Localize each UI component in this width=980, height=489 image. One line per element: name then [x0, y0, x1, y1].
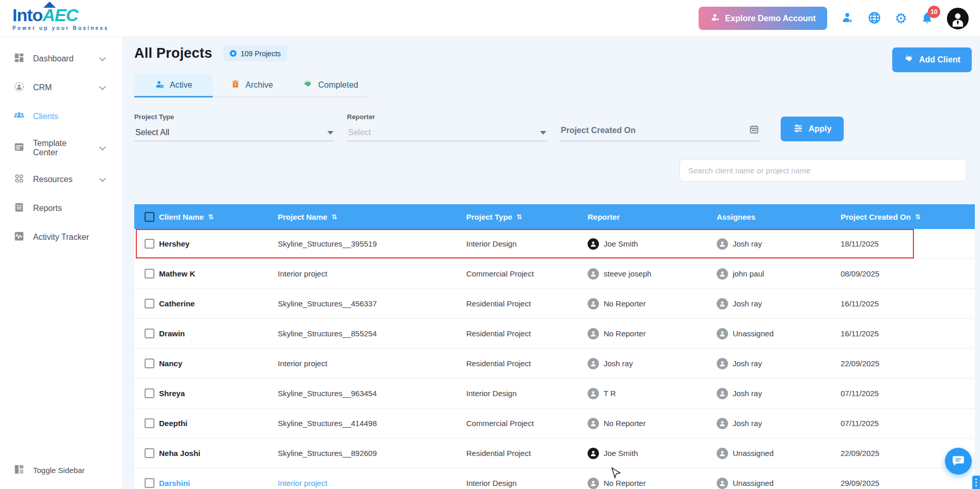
column-header-label: Project Created On	[841, 213, 911, 221]
sort-icon[interactable]: ⇅	[516, 213, 522, 221]
client-name-cell[interactable]: Nancy	[159, 359, 278, 368]
reporter-cell: Joe Smith	[588, 238, 717, 250]
project-name-cell[interactable]: Interior project	[278, 269, 466, 278]
sidebar-item-clients[interactable]: Clients	[0, 102, 122, 131]
header-bar: Into AEC Power up your Business Explore …	[0, 0, 980, 37]
project-name-cell[interactable]: Skyline_Structures__855254	[278, 329, 466, 338]
caret-down-icon	[540, 131, 546, 135]
row-checkbox[interactable]	[145, 358, 154, 368]
client-name-cell[interactable]: Deepthi	[159, 419, 278, 428]
reporter-select[interactable]: Select	[347, 126, 547, 141]
brand-name-primary: Into	[12, 6, 42, 24]
user-avatar[interactable]	[947, 8, 969, 29]
apply-filters-button[interactable]: Apply	[781, 117, 844, 141]
row-checkbox[interactable]	[145, 329, 154, 338]
explore-demo-button[interactable]: Explore Demo Account	[699, 7, 827, 30]
handshake-green-icon	[303, 79, 313, 91]
project-type-cell: Interior Design	[466, 479, 588, 487]
trash-archive-icon	[231, 79, 240, 91]
column-header-label: Reporter	[588, 213, 620, 221]
filters-row: Project Type Select All Reporter Select …	[134, 113, 975, 141]
table-row[interactable]: Deepthi Skyline_Structures__414498 Comme…	[134, 409, 975, 438]
filter-reporter: Reporter Select	[347, 113, 547, 141]
tab-archive[interactable]: Archive	[213, 74, 291, 96]
column-header[interactable]: Project Created On ⇅	[841, 213, 975, 221]
reporter-avatar-icon	[588, 448, 599, 459]
created-on-datepicker[interactable]: Project Created On	[560, 122, 760, 141]
sort-icon[interactable]: ⇅	[208, 213, 214, 221]
sort-icon[interactable]: ⇅	[915, 213, 921, 221]
table-row[interactable]: Darshini Interior project Interior Desig…	[134, 468, 975, 489]
column-header[interactable]: Client Name ⇅	[159, 213, 278, 221]
more-options-tab[interactable]	[972, 476, 980, 489]
column-header[interactable]: Project Name ⇅	[278, 213, 466, 221]
toggle-sidebar-button[interactable]: Toggle Sidebar	[0, 457, 122, 484]
donut-icon	[230, 50, 236, 57]
project-name-cell[interactable]: Interior project	[278, 359, 466, 368]
row-checkbox[interactable]	[145, 478, 154, 488]
column-header[interactable]: Assignees	[717, 213, 841, 221]
client-name-cell[interactable]: Catherine	[159, 299, 278, 308]
table-row[interactable]: Shreya Skyline_Structures__963454 Interi…	[134, 379, 975, 409]
sidebar-collapse-icon	[13, 464, 25, 477]
project-name-cell[interactable]: Skyline_Structures__892609	[278, 449, 466, 458]
project-name-cell[interactable]: Interior project	[278, 479, 466, 487]
client-name-cell[interactable]: Neha Joshi	[159, 449, 278, 458]
apply-label: Apply	[809, 124, 831, 134]
row-checkbox[interactable]	[145, 239, 154, 249]
table-row[interactable]: Neha Joshi Skyline_Structures__892609 Re…	[134, 438, 975, 468]
sidebar-item-crm[interactable]: CRM	[0, 73, 122, 102]
table-row[interactable]: Nancy Interior project Residential Proje…	[134, 349, 975, 379]
globe-icon	[867, 11, 881, 26]
client-name-cell[interactable]: Shreya	[159, 389, 278, 398]
project-name-cell[interactable]: Skyline_Structures__414498	[278, 419, 466, 428]
table-row[interactable]: Drawin Skyline_Structures__855254 Reside…	[134, 319, 975, 349]
project-name-cell[interactable]: Skyline_Structures__963454	[278, 389, 466, 398]
table-row[interactable]: Catherine Skyline_Structures__456337 Res…	[134, 289, 975, 319]
table-row[interactable]: Mathew K Interior project Commercial Pro…	[134, 259, 975, 289]
row-checkbox[interactable]	[145, 418, 154, 428]
assignee-name: Josh ray	[733, 299, 762, 308]
add-user-button[interactable]	[841, 11, 854, 26]
search-input[interactable]	[679, 159, 967, 182]
row-checkbox[interactable]	[145, 388, 154, 398]
settings-button[interactable]: ⚙	[895, 11, 907, 25]
client-name-cell[interactable]: Hershey	[159, 239, 278, 248]
brand-logo[interactable]: Into AEC Power up your Business	[12, 6, 109, 31]
created-on-cell: 16/11/2025	[841, 329, 975, 338]
row-checkbox[interactable]	[145, 269, 154, 279]
client-name-cell[interactable]: Darshini	[159, 479, 278, 487]
tab-completed[interactable]: Completed	[291, 74, 370, 96]
project-name-cell[interactable]: Skyline_Structures__395519	[278, 239, 466, 248]
sidebar-item-dashboard[interactable]: Dashboard	[0, 44, 122, 73]
select-all-checkbox[interactable]	[145, 212, 154, 222]
filter-project-type: Project Type Select All	[134, 113, 335, 141]
project-type-label: Project Type	[134, 113, 335, 121]
row-checkbox[interactable]	[145, 448, 154, 458]
sidebar-item-reports[interactable]: Reports	[0, 194, 122, 223]
column-header[interactable]: Reporter	[588, 213, 717, 221]
reporter-avatar-icon	[588, 328, 599, 339]
tab-active[interactable]: Active	[134, 74, 213, 96]
tab-active-label: Active	[170, 80, 193, 90]
language-button[interactable]	[867, 11, 881, 26]
project-type-select[interactable]: Select All	[134, 126, 335, 141]
sidebar-item-label: Clients	[33, 112, 112, 121]
sidebar-item-template-center[interactable]: Template Center	[0, 131, 122, 165]
sort-icon[interactable]: ⇅	[331, 213, 337, 221]
sidebar-item-activity-tracker[interactable]: Activity Tracker	[0, 223, 122, 252]
sidebar-item-resources[interactable]: Resources	[0, 165, 122, 194]
assignee-avatar-icon	[717, 268, 728, 280]
project-name-cell[interactable]: Skyline_Structures__456337	[278, 299, 466, 308]
table-row[interactable]: Hershey Skyline_Structures__395519 Inter…	[134, 229, 975, 259]
assignee-cell: john paul	[717, 268, 841, 280]
row-checkbox[interactable]	[145, 299, 154, 308]
client-name-cell[interactable]: Drawin	[159, 329, 278, 338]
chat-button[interactable]	[945, 448, 972, 475]
add-client-button[interactable]: Add Client	[892, 47, 972, 72]
notifications-button[interactable]: 10	[921, 11, 934, 26]
client-name-cell[interactable]: Mathew K	[159, 269, 278, 278]
column-header[interactable]: Project Type ⇅	[466, 213, 588, 221]
created-on-cell: 07/11/2025	[841, 389, 975, 398]
created-on-cell: 08/09/2025	[841, 269, 975, 278]
